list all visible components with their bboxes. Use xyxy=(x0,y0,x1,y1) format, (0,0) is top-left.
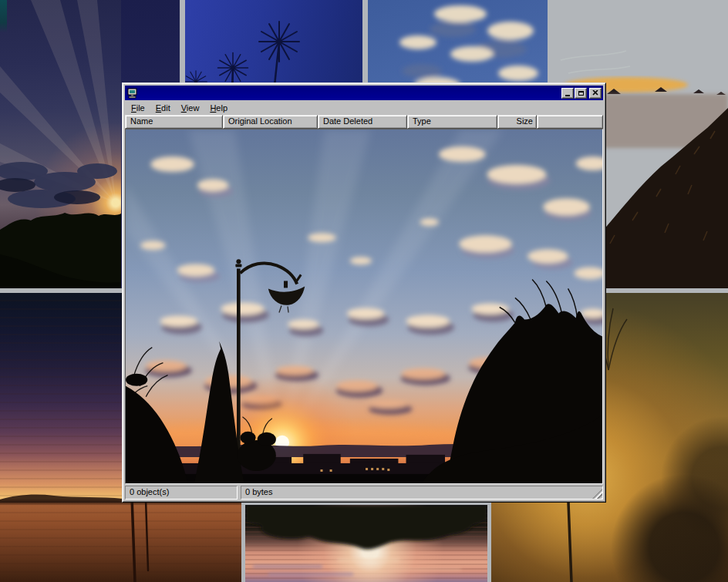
column-header-row: NameOriginal LocationDate DeletedTypeSiz… xyxy=(125,115,603,129)
column-header[interactable]: Size xyxy=(497,115,537,129)
photo-water-reflection xyxy=(245,505,487,582)
recycle-bin-window: FileEditViewHelp NameOriginal LocationDa… xyxy=(122,82,606,503)
file-list-area[interactable] xyxy=(125,129,603,484)
maximize-icon xyxy=(578,91,584,96)
column-header[interactable]: Original Location xyxy=(223,115,318,129)
water-reflection-art xyxy=(245,505,487,582)
status-byte-count: 0 bytes xyxy=(241,486,603,500)
computer-icon[interactable] xyxy=(127,88,138,99)
menu-item[interactable]: Edit xyxy=(150,102,176,114)
menu-bar: FileEditViewHelp xyxy=(125,100,603,115)
column-header[interactable]: Date Deleted xyxy=(318,115,407,129)
window-frame: FileEditViewHelp NameOriginal LocationDa… xyxy=(123,83,605,502)
menu-item[interactable]: View xyxy=(176,102,205,114)
menu-item[interactable]: File xyxy=(126,102,150,114)
minimize-button[interactable] xyxy=(561,88,574,99)
close-icon xyxy=(592,90,598,96)
photo-sunset-rays-over-trees xyxy=(0,0,121,288)
maximize-button[interactable] xyxy=(575,88,587,99)
column-header[interactable]: Type xyxy=(407,115,497,129)
sunset-rays-photo-art xyxy=(0,0,121,288)
minimize-icon xyxy=(565,95,570,96)
column-header[interactable]: Name xyxy=(125,115,223,129)
status-object-count: 0 object(s) xyxy=(125,486,238,500)
column-header[interactable] xyxy=(537,115,603,129)
close-button[interactable] xyxy=(589,88,602,99)
titlebar[interactable] xyxy=(125,86,603,100)
status-bar: 0 object(s) 0 bytes xyxy=(125,486,603,500)
sunset-streetlamp-photo xyxy=(126,130,602,483)
menu-item[interactable]: Help xyxy=(204,102,233,114)
